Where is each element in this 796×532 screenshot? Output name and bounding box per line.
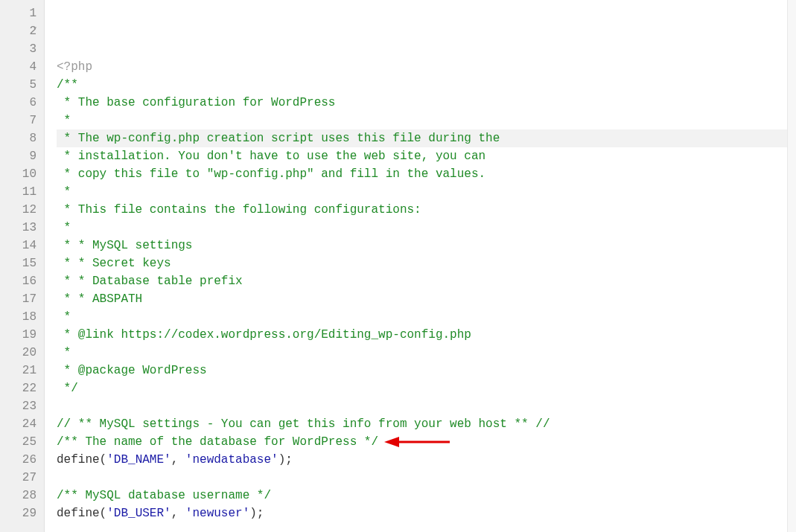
line-number: 5 (0, 76, 36, 94)
code-line[interactable]: * (57, 183, 796, 201)
code-token: <?php (57, 60, 92, 74)
code-line[interactable]: /** The name of the database for WordPre… (57, 433, 796, 451)
line-number: 10 (0, 165, 36, 183)
code-token: /** (57, 78, 78, 92)
code-area[interactable]: <?php/** * The base configuration for Wo… (45, 0, 796, 532)
code-token: * The base configuration for WordPress (57, 96, 335, 109)
code-token: * (57, 310, 71, 324)
line-number: 29 (0, 504, 36, 522)
code-line[interactable]: * The wp-config.php creation script uses… (57, 129, 796, 147)
code-line[interactable]: * copy this file to "wp-config.php" and … (57, 165, 796, 183)
code-line[interactable]: * * Database table prefix (57, 272, 796, 290)
line-number: 14 (0, 237, 36, 254)
line-number: 3 (0, 40, 36, 58)
line-number: 8 (0, 129, 36, 147)
line-number: 24 (0, 415, 36, 433)
code-line[interactable]: define('DB_NAME', 'newdatabase'); (57, 451, 796, 469)
code-line[interactable]: define('DB_USER', 'newuser'); (57, 504, 796, 522)
line-number: 18 (0, 308, 36, 326)
code-token: /** The name of the database for WordPre… (57, 435, 378, 449)
code-line[interactable]: * @package WordPress (57, 362, 796, 379)
line-number: 9 (0, 147, 36, 165)
code-token: * (57, 221, 71, 234)
code-token: * @package WordPress (57, 364, 207, 377)
line-number: 27 (0, 469, 36, 487)
code-line[interactable] (57, 397, 796, 415)
code-line[interactable]: * * ABSPATH (57, 290, 796, 308)
code-token: 'newuser' (185, 507, 249, 520)
code-line[interactable] (57, 469, 796, 487)
line-number: 17 (0, 290, 36, 308)
code-token: * (57, 346, 71, 359)
code-token: * (57, 114, 71, 127)
line-number: 16 (0, 272, 36, 290)
line-number: 13 (0, 219, 36, 237)
code-line[interactable]: * @link https://codex.wordpress.org/Edit… (57, 326, 796, 344)
code-token: 'newdatabase' (185, 453, 278, 467)
code-token: * * ABSPATH (57, 292, 142, 306)
code-token: // ** MySQL settings - You can get this … (57, 417, 550, 431)
line-number: 6 (0, 94, 36, 112)
code-line[interactable]: * The base configuration for WordPress (57, 94, 796, 112)
line-number: 20 (0, 344, 36, 362)
code-editor[interactable]: 12▾3456789101112131415161718192021222324… (0, 0, 796, 532)
code-line[interactable]: * * Secret keys (57, 254, 796, 272)
code-token: * installation. You don't have to use th… (57, 150, 485, 163)
line-number: 11 (0, 183, 36, 201)
line-number: 12 (0, 201, 36, 219)
code-token: ( (100, 507, 107, 520)
code-line[interactable]: */ (57, 379, 796, 397)
code-line[interactable]: <?php (57, 58, 796, 76)
line-number: 23 (0, 397, 36, 415)
code-token: 'DB_USER' (106, 507, 171, 520)
line-number: 7 (0, 112, 36, 129)
code-line[interactable]: * installation. You don't have to use th… (57, 147, 796, 165)
line-number: 19 (0, 326, 36, 344)
code-token: define (57, 507, 100, 520)
code-line[interactable]: * This file contains the following confi… (57, 201, 796, 219)
code-line[interactable]: // ** MySQL settings - You can get this … (57, 415, 796, 433)
line-number: 21 (0, 362, 36, 379)
line-number: 22 (0, 379, 36, 397)
line-number: 28 (0, 487, 36, 504)
fold-toggle-icon[interactable]: ▾ (33, 25, 37, 33)
code-token: * This file contains the following confi… (57, 203, 421, 217)
code-token: * copy this file to "wp-config.php" and … (57, 167, 485, 181)
code-token: * The wp-config.php creation script uses… (57, 132, 500, 145)
code-token: * * MySQL settings (57, 239, 192, 252)
code-token: * * Secret keys (57, 257, 171, 270)
code-token: , (171, 507, 185, 520)
code-line[interactable]: * (57, 344, 796, 362)
line-number: 2▾ (0, 22, 36, 40)
code-token: * @link https://codex.wordpress.org/Edit… (57, 328, 471, 342)
code-token: /** MySQL database username */ (57, 489, 271, 502)
code-token: */ (57, 382, 78, 395)
code-line[interactable]: * (57, 308, 796, 326)
code-line[interactable] (57, 522, 796, 532)
line-number: 4 (0, 58, 36, 76)
line-number: 15 (0, 254, 36, 272)
line-number: 26 (0, 451, 36, 469)
code-token: , (171, 453, 185, 467)
line-number: 1 (0, 4, 36, 22)
code-token: * (57, 185, 71, 199)
code-line[interactable]: * (57, 219, 796, 237)
code-token: * * Database table prefix (57, 275, 243, 288)
code-token: 'DB_NAME' (106, 453, 171, 467)
vertical-scrollbar[interactable] (787, 0, 796, 532)
line-number: 25 (0, 433, 36, 451)
code-line[interactable]: * (57, 112, 796, 129)
line-number-gutter: 12▾3456789101112131415161718192021222324… (0, 0, 45, 532)
code-token: define (57, 453, 100, 467)
code-line[interactable]: /** (57, 76, 796, 94)
code-token: ( (100, 453, 107, 467)
code-line[interactable]: * * MySQL settings (57, 237, 796, 254)
code-token: ); (249, 507, 264, 520)
code-token: ); (278, 453, 293, 467)
code-line[interactable]: /** MySQL database username */ (57, 487, 796, 504)
